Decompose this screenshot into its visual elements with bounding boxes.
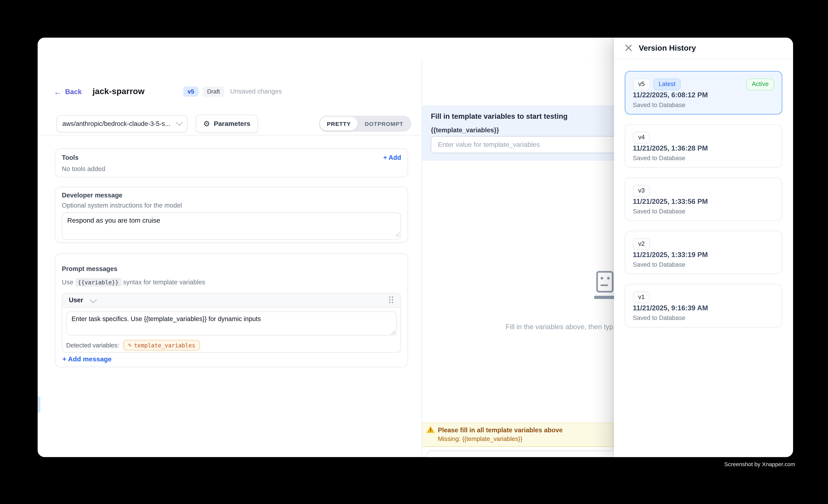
tools-title: Tools	[62, 154, 79, 161]
detected-variables-row: Detected variables: ✎ template_variables	[66, 339, 397, 352]
message-header: User	[62, 294, 401, 307]
syntax-hint-suffix: syntax for template variables	[123, 279, 205, 286]
version-status: Saved to Database	[633, 101, 686, 108]
prompt-editor-pane: ← Back jack-sparrow v5 Draft Unsaved cha…	[38, 59, 422, 457]
page-title: jack-sparrow	[93, 87, 145, 96]
draft-badge: Draft	[203, 86, 224, 96]
version-date: 11/21/2025, 1:33:56 PM	[633, 198, 708, 206]
empty-state-text: Fill in the variables above, then typ	[506, 322, 613, 331]
version-number-badge: v5	[633, 79, 650, 90]
detected-variable-chip[interactable]: ✎ template_variables	[123, 340, 200, 351]
syntax-hint: Use {{variable}} syntax for template var…	[62, 279, 205, 286]
version-history-panel: Version History v5LatestActive11/22/2025…	[614, 38, 793, 457]
active-badge: Active	[746, 79, 774, 90]
warning-missing: Missing: {{template_variables}}	[438, 435, 523, 442]
template-variable-label: {{template_variables}}	[431, 126, 499, 134]
version-card[interactable]: v311/21/2025, 1:33:56 PMSaved to Databas…	[625, 177, 782, 221]
resize-handle-icon[interactable]	[390, 330, 395, 335]
toggle-dotprompt[interactable]: DOTPROMPT	[358, 117, 410, 130]
screenshot-root: ← Back jack-sparrow v5 Draft Unsaved cha…	[0, 0, 828, 504]
chevron-down-icon	[90, 296, 96, 303]
scrollbar-thumb[interactable]	[38, 396, 40, 413]
drag-handle-icon[interactable]	[389, 297, 394, 304]
role-select[interactable]: User	[69, 297, 83, 304]
back-button[interactable]: Back	[65, 87, 82, 96]
add-tool-button[interactable]: + Add	[383, 154, 401, 161]
banner-title: Fill in template variables to start test…	[431, 112, 568, 120]
model-select-value: aws/anthropic/bedrock-claude-3-5-s...	[62, 120, 173, 127]
app-window: ← Back jack-sparrow v5 Draft Unsaved cha…	[38, 38, 793, 457]
parameters-button[interactable]: ⚙ Parameters	[196, 114, 258, 132]
version-status: Saved to Database	[633, 261, 686, 268]
gear-icon: ⚙	[203, 120, 210, 127]
developer-message-textarea[interactable]: Respond as you are tom cruise	[62, 212, 401, 240]
version-number-badge: v2	[633, 238, 650, 250]
toolbar-divider	[38, 135, 422, 135]
robot-icon	[594, 271, 616, 301]
version-history-title: Version History	[639, 43, 696, 52]
version-status: Saved to Database	[633, 208, 686, 215]
chevron-down-icon	[176, 119, 183, 126]
warning-title: Please fill in all template variables ab…	[438, 426, 563, 434]
editor-toolbar: aws/anthropic/bedrock-claude-3-5-s... ⚙ …	[56, 115, 422, 132]
version-history-header: Version History	[614, 38, 793, 59]
format-toggle: PRETTY DOTPROMPT	[319, 115, 411, 132]
warning-icon: !	[427, 426, 435, 433]
plus-icon: +	[383, 154, 387, 161]
detected-variables-label: Detected variables:	[66, 342, 119, 348]
version-date: 11/21/2025, 1:33:19 PM	[633, 251, 708, 259]
close-icon[interactable]	[625, 44, 632, 51]
prompt-messages-card: Prompt messages Use {{variable}} syntax …	[55, 253, 408, 367]
parameters-label: Parameters	[214, 120, 250, 127]
version-card[interactable]: v111/21/2025, 9:16:39 AMSaved to Databas…	[625, 284, 782, 328]
prompt-messages-title: Prompt messages	[62, 265, 117, 273]
watermark-label: Screenshot by Xnapper.com	[724, 461, 795, 467]
resize-handle-icon[interactable]	[395, 232, 400, 237]
unsaved-changes-label: Unsaved changes	[230, 88, 282, 95]
developer-message-card: Developer message Optional system instru…	[55, 186, 408, 243]
version-number-badge: v3	[633, 185, 650, 197]
back-arrow-icon: ←	[54, 87, 62, 96]
version-number-badge: v4	[633, 132, 650, 143]
version-card[interactable]: v211/21/2025, 1:33:19 PMSaved to Databas…	[625, 231, 782, 274]
add-message-label: Add message	[68, 356, 112, 363]
tools-card: Tools + Add No tools added	[55, 149, 408, 177]
developer-message-title: Developer message	[62, 192, 123, 199]
syntax-hint-prefix: Use	[62, 279, 73, 286]
developer-message-subtitle: Optional system instructions for the mod…	[62, 202, 182, 209]
version-card[interactable]: v5LatestActive11/22/2025, 6:08:12 PMSave…	[625, 71, 782, 115]
version-date: 11/21/2025, 1:36:28 PM	[633, 144, 708, 152]
version-date: 11/21/2025, 9:16:39 AM	[633, 304, 708, 312]
page-header: ← Back jack-sparrow v5 Draft Unsaved cha…	[54, 83, 282, 100]
latest-badge: Latest	[653, 79, 681, 90]
edit-icon: ✎	[128, 342, 131, 348]
version-status: Saved to Database	[633, 314, 686, 321]
variable-syntax-chip: {{variable}}	[75, 278, 121, 287]
detected-variable-name: template_variables	[134, 342, 195, 348]
plus-icon: +	[62, 356, 66, 363]
version-status: Saved to Database	[633, 155, 686, 161]
version-badge: v5	[183, 86, 199, 96]
toggle-pretty[interactable]: PRETTY	[320, 117, 358, 130]
version-number-badge: v1	[633, 292, 650, 303]
tools-empty-label: No tools added	[62, 165, 106, 173]
add-tool-label: Add	[388, 154, 401, 161]
model-select[interactable]: aws/anthropic/bedrock-claude-3-5-s...	[56, 115, 188, 132]
add-message-button[interactable]: + Add message	[62, 356, 112, 363]
version-date: 11/22/2025, 6:08:12 PM	[633, 91, 708, 99]
message-block: User Enter task specifics. Use {{templat…	[62, 293, 401, 353]
user-message-textarea[interactable]: Enter task specifics. Use {{template_var…	[66, 311, 397, 336]
version-card[interactable]: v411/21/2025, 1:36:28 PMSaved to Databas…	[625, 124, 782, 168]
